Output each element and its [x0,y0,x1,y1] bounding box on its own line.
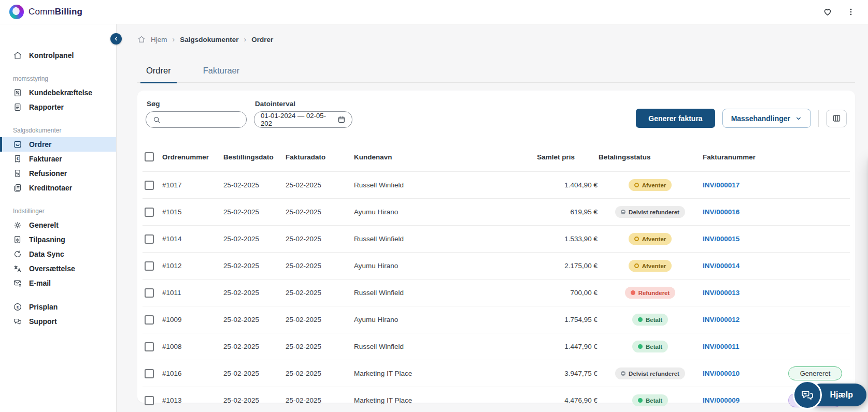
invoice-link[interactable]: INV/000015 [703,235,739,243]
heart-icon[interactable] [822,7,833,17]
receipt-return-icon [13,169,22,178]
payment-status-badge: Delvist refunderet [615,206,685,218]
sidebar-item-label: Kundebekræftelse [29,89,92,97]
sidebar-nav: KontrolpanelmomsstyringKundebekræftelseR… [0,24,116,329]
sidebar-item-tilpasning[interactable]: Tilpasning [0,232,116,247]
invoice-link[interactable]: INV/000010 [703,370,739,377]
generate-invoice-button[interactable]: Generer faktura [636,109,715,128]
sidebar-item-kundebekr-ftelse[interactable]: Kundebekræftelse [0,85,116,100]
sidebar-item-support[interactable]: Support [0,314,116,329]
sidebar-item-kreditnotaer[interactable]: Kreditnotaer [0,181,116,195]
invoice-link[interactable]: INV/000011 [703,343,739,350]
doc-copy-icon [13,183,22,193]
row-checkbox[interactable] [145,208,154,217]
kebab-menu-icon[interactable] [846,7,856,17]
bulk-actions-label: Massehandlinger [731,114,790,123]
select-all-checkbox[interactable] [145,152,154,161]
row-checkbox[interactable] [145,369,154,378]
chevron-down-icon [795,115,802,122]
sidebar-item-prisplan[interactable]: €Prisplan [0,300,116,314]
sidebar-item-fakturaer[interactable]: €Fakturaer [0,152,116,166]
invoice-link[interactable]: INV/000013 [703,289,739,297]
search-field: Søg [146,99,247,128]
actions-divider [818,110,819,127]
row-checkbox[interactable] [145,315,154,325]
table-row[interactable]: #101425-02-202525-02-2025Russell Winfiel… [143,225,850,252]
sidebar-item-overs-ttelse[interactable]: Oversættelse [0,261,116,276]
app-brand: CommBilling [9,5,82,19]
date-range-input[interactable]: 01-01-2024 — 02-05-202 [254,111,352,128]
invoice-link[interactable]: INV/000016 [703,208,739,216]
status-dot-icon [631,290,635,295]
order-date-cell: 25-02-2025 [223,396,286,404]
breadcrumb-item-hjem[interactable]: Hjem [151,36,167,43]
main-content: Hjem›Salgsdokumenter›Ordrer OrdrerFaktur… [117,24,868,412]
order-number-cell: #1014 [162,235,223,243]
invoice-link[interactable]: INV/000012 [703,316,739,323]
table-row[interactable]: #101625-02-202525-02-2025Marketing IT Pl… [143,360,850,387]
tab-ordrer[interactable]: Ordrer [140,66,177,83]
column-header-fakturadato[interactable]: Fakturadato [286,153,354,161]
euro-circle-icon: € [13,302,22,312]
table-row[interactable]: #100925-02-202525-02-2025Ayumu Hirano1.7… [143,306,850,333]
order-number-cell: #1016 [162,370,223,377]
row-checkbox[interactable] [145,181,154,190]
app-title: CommBilling [29,7,82,17]
invoice-date-cell: 25-02-2025 [286,396,354,404]
sidebar-item-data-sync[interactable]: Data Sync [0,247,116,261]
column-header-samlet-pris[interactable]: Samlet pris [522,153,597,161]
search-input-box [146,111,247,128]
table-row[interactable]: #101325-02-202525-02-2025Marketing IT Pl… [143,387,850,412]
status-dot-icon [638,317,643,322]
invoice-link[interactable]: INV/000014 [703,262,739,270]
help-widget: Hjælp [809,384,866,406]
order-number-cell: #1008 [162,343,223,350]
table-row[interactable]: #101725-02-202525-02-2025Russell Winfiel… [143,171,850,198]
column-settings-button[interactable] [826,110,847,127]
column-header-betalingsstatus[interactable]: Betalingsstatus [597,153,703,161]
table-row[interactable]: #101525-02-202525-02-2025Ayumu Hirano619… [143,198,850,225]
invoice-date-cell: 25-02-2025 [286,316,354,323]
breadcrumb-item-salgsdokumenter[interactable]: Salgsdokumenter [180,36,238,43]
payment-status-badge: Afventer [629,260,672,272]
breadcrumb-separator-icon: › [244,35,246,43]
column-header-fakturanummer[interactable]: Fakturanummer [703,153,780,161]
sidebar-item-rapporter[interactable]: Rapporter [0,100,116,114]
row-checkbox[interactable] [145,288,154,298]
tab-fakturaer[interactable]: Fakturaer [197,66,246,83]
sidebar-item-label: Tilpasning [29,236,65,244]
sidebar-item-kontrolpanel[interactable]: Kontrolpanel [0,48,116,63]
column-header-bestillingsdato[interactable]: Bestillingsdato [223,153,286,161]
payment-status-cell: Delvist refunderet [597,206,703,218]
payment-status-badge: Betalt [632,341,668,352]
sidebar-item-generelt[interactable]: Generelt [0,218,116,232]
row-checkbox[interactable] [145,396,154,405]
chat-icon [793,380,822,409]
table-row[interactable]: #101225-02-202525-02-2025Ayumu Hirano2.1… [143,252,850,279]
table-row[interactable]: #101125-02-202525-02-2025Russell Winfiel… [143,279,850,306]
date-range-value: 01-01-2024 — 02-05-202 [261,112,333,127]
sidebar-item-label: E-mail [29,279,51,287]
calendar-icon [337,115,346,124]
sidebar-item-e-mail[interactable]: E-mail [0,276,116,290]
column-header-kundenavn[interactable]: Kundenavn [354,153,522,161]
column-header-ordrenummer[interactable]: Ordrenummer [162,153,223,161]
search-input[interactable] [165,116,238,124]
table-row[interactable]: #100825-02-202525-02-2025Russell Winfiel… [143,333,850,360]
order-number-cell: #1017 [162,181,223,189]
sidebar-item-ordrer[interactable]: Ordrer [0,137,116,152]
invoice-status-cell: Genereret [780,366,850,380]
sidebar-collapse-button[interactable] [110,33,122,45]
order-date-cell: 25-02-2025 [223,208,286,216]
row-checkbox[interactable] [145,261,154,271]
bulk-actions-button[interactable]: Massehandlinger [722,109,811,128]
sidebar-item-label: Ordrer [29,140,52,149]
invoice-link[interactable]: INV/000017 [703,181,739,189]
sidebar-item-refusioner[interactable]: Refusioner [0,166,116,181]
row-checkbox[interactable] [145,234,154,244]
invoice-status-chip[interactable]: Genereret [788,366,842,380]
help-button[interactable]: Hjælp [809,384,866,406]
sidebar-item-label: Data Sync [29,250,64,258]
invoice-link[interactable]: INV/000009 [703,396,739,404]
row-checkbox[interactable] [145,342,154,351]
